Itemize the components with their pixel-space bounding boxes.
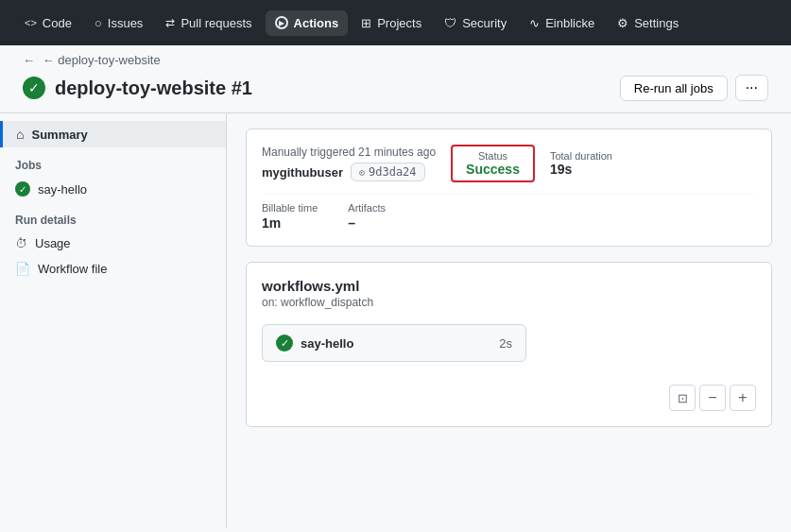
nav-item-issues[interactable]: ○ Issues xyxy=(85,10,152,36)
fit-zoom-button[interactable]: ⊡ xyxy=(669,385,696,411)
workflow-card: workflows.yml on: workflow_dispatch ✓ sa… xyxy=(246,262,772,427)
plus-icon: + xyxy=(738,389,747,406)
sidebar-item-summary[interactable]: ⌂ Summary xyxy=(0,121,226,147)
run-title-area: ✓ deploy-toy-website #1 xyxy=(23,77,252,99)
sidebar-workflow-file-label: Workflow file xyxy=(38,262,107,276)
file-icon: 📄 xyxy=(15,262,30,276)
commit-badge[interactable]: ⊙ 9d3da24 xyxy=(351,163,425,181)
artifacts-label: Artifacts xyxy=(348,202,386,214)
success-badge-large: ✓ xyxy=(23,77,45,99)
nav-label-projects: Projects xyxy=(377,16,421,30)
clock-icon: ⏱ xyxy=(15,236,27,250)
content-area: Manually triggered 21 minutes ago mygith… xyxy=(227,113,791,528)
job-name: say-hello xyxy=(301,336,353,351)
more-options-button[interactable]: ··· xyxy=(735,75,768,101)
nav-item-code[interactable]: <> Code xyxy=(15,10,81,36)
nav-label-einblicke: Einblicke xyxy=(545,16,594,30)
table-row[interactable]: ✓ say-hello 2s xyxy=(262,324,526,362)
security-icon: 🛡 xyxy=(444,16,456,30)
sidebar-usage-label: Usage xyxy=(35,236,71,250)
nav-item-settings[interactable]: ⚙ Settings xyxy=(608,10,688,36)
projects-icon: ⊞ xyxy=(361,16,371,30)
commit-icon: ⊙ xyxy=(359,167,365,178)
breadcrumb-area: ← ← deploy-toy-website ✓ deploy-toy-webs… xyxy=(0,45,791,113)
meta-row: Billable time 1m Artifacts – xyxy=(262,194,756,231)
zoom-out-button[interactable]: − xyxy=(699,385,726,411)
job-duration: 2s xyxy=(499,336,512,351)
run-actions: Re-run all jobs ··· xyxy=(620,75,768,101)
nav-item-pull-requests[interactable]: ⇄ Pull requests xyxy=(156,10,261,36)
nav-item-security[interactable]: 🛡 Security xyxy=(435,10,516,36)
job-left: ✓ say-hello xyxy=(276,335,353,352)
settings-icon: ⚙ xyxy=(617,16,628,30)
rerun-all-jobs-button[interactable]: Re-run all jobs xyxy=(620,76,728,101)
breadcrumb-text: ← deploy-toy-website xyxy=(43,53,161,67)
workflow-name: workflows.yml xyxy=(262,278,756,294)
nav-label-settings: Settings xyxy=(634,16,679,30)
username: mygithubuser xyxy=(262,165,343,180)
commit-hash: 9d3da24 xyxy=(369,165,417,179)
einblicke-icon: ∿ xyxy=(529,16,540,30)
sidebar-job-say-hello-label: say-hello xyxy=(38,182,87,197)
run-header: ✓ deploy-toy-website #1 Re-run all jobs … xyxy=(23,75,768,112)
artifacts-item: Artifacts – xyxy=(348,202,386,231)
sidebar-run-details-section: Run details xyxy=(0,202,226,231)
nav-item-projects[interactable]: ⊞ Projects xyxy=(352,10,431,36)
back-arrow-icon: ← xyxy=(23,53,35,67)
main-layout: ⌂ Summary Jobs ✓ say-hello Run details ⏱… xyxy=(0,113,791,528)
nav-label-pull-requests: Pull requests xyxy=(181,16,251,30)
zoom-controls: ⊡ − + xyxy=(262,385,756,411)
trigger-info: Manually triggered 21 minutes ago mygith… xyxy=(262,146,436,181)
minus-icon: − xyxy=(708,389,716,406)
sidebar-jobs-section: Jobs xyxy=(0,147,226,176)
summary-card: Manually triggered 21 minutes ago mygith… xyxy=(246,129,772,247)
workflow-trigger: on: workflow_dispatch xyxy=(262,296,756,309)
sidebar-item-workflow-file[interactable]: 📄 Workflow file xyxy=(0,256,226,282)
billable-label: Billable time xyxy=(262,202,318,214)
actions-icon: ▶ xyxy=(275,16,288,29)
artifacts-value: – xyxy=(348,215,386,231)
sidebar-summary-label: Summary xyxy=(31,128,87,142)
issues-icon: ○ xyxy=(95,16,102,30)
duration-value: 19s xyxy=(550,162,612,177)
duration-box: Total duration 19s xyxy=(550,150,612,177)
nav-label-issues: Issues xyxy=(108,16,144,30)
user-commit-row: mygithubuser ⊙ 9d3da24 xyxy=(262,163,436,181)
nav-label-code: Code xyxy=(43,16,72,30)
fit-icon: ⊡ xyxy=(678,391,688,405)
sidebar-item-say-hello[interactable]: ✓ say-hello xyxy=(0,176,226,202)
sidebar: ⌂ Summary Jobs ✓ say-hello Run details ⏱… xyxy=(0,113,227,528)
billable-item: Billable time 1m xyxy=(262,202,318,231)
sidebar-item-usage[interactable]: ⏱ Usage xyxy=(0,231,226,256)
breadcrumb[interactable]: ← ← deploy-toy-website xyxy=(23,53,768,67)
pull-requests-icon: ⇄ xyxy=(165,16,175,29)
nav-item-actions[interactable]: ▶ Actions xyxy=(266,10,349,36)
code-icon: <> xyxy=(25,17,37,28)
trigger-row: Manually triggered 21 minutes ago mygith… xyxy=(262,145,756,182)
nav-label-actions: Actions xyxy=(294,16,339,30)
status-label: Status xyxy=(466,150,520,162)
home-icon: ⌂ xyxy=(16,127,24,142)
top-nav: <> Code ○ Issues ⇄ Pull requests ▶ Actio… xyxy=(0,0,791,45)
job-success-icon: ✓ xyxy=(276,335,293,352)
duration-label: Total duration xyxy=(550,150,612,162)
page-title: deploy-toy-website #1 xyxy=(55,77,252,99)
trigger-text: Manually triggered 21 minutes ago xyxy=(262,146,436,159)
say-hello-success-icon: ✓ xyxy=(15,181,30,197)
job-list: ✓ say-hello 2s xyxy=(262,324,756,362)
zoom-in-button[interactable]: + xyxy=(730,385,756,411)
billable-value: 1m xyxy=(262,215,318,231)
nav-label-security: Security xyxy=(462,16,507,30)
status-box: Status Success xyxy=(451,145,535,182)
nav-item-einblicke[interactable]: ∿ Einblicke xyxy=(520,10,604,36)
status-value: Success xyxy=(466,162,520,177)
